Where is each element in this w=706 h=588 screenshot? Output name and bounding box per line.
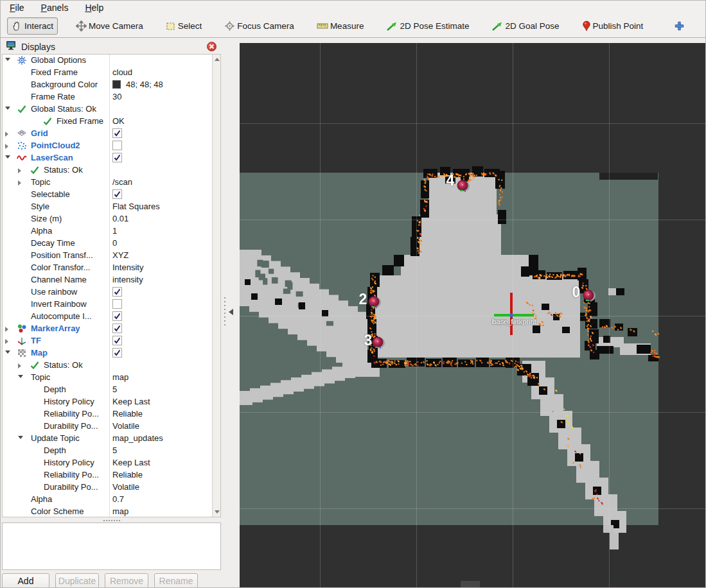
checkbox-checked[interactable] [112,189,122,199]
tree-value[interactable] [112,336,122,345]
tree-value[interactable]: Keep Last [112,397,150,406]
tree-row-update-topic[interactable]: Update Topicmap_updates [3,433,220,445]
tree-row-map[interactable]: Map [3,347,220,359]
menu-item-help[interactable]: Help [82,2,106,13]
tree-row-tf[interactable]: TF [3,335,220,347]
add-button[interactable]: Add [2,573,49,588]
tree-value[interactable]: /scan [112,177,132,187]
tree-value[interactable] [112,128,122,138]
tree-row-channel-name[interactable]: Channel Nameintensity [3,274,220,286]
expander-closed-icon[interactable] [18,168,21,173]
tree-row-reliability-po-[interactable]: Reliability Po...Reliable [3,408,220,420]
tree-value[interactable]: 1 [112,226,117,236]
tree-row-color-scheme[interactable]: Color Schememap [3,506,220,517]
tool-2d-goal-pose[interactable]: 2D Goal Pose [487,18,563,35]
tool-measure[interactable]: Measure [312,18,369,34]
menu-item-panels[interactable]: Panels [39,2,71,13]
tree-value[interactable]: 48; 48; 48 [112,80,163,89]
checkbox-unchecked[interactable] [112,141,122,150]
tree-row-laserscan[interactable]: LaserScan [3,152,220,164]
tree-value[interactable]: Intensity [112,263,143,272]
checkbox-checked[interactable] [112,128,122,138]
tool-move-camera[interactable]: Move Camera [71,17,148,35]
tree-row-topic[interactable]: Topic/scan [3,177,220,189]
tool-2d-pose-estimate[interactable]: 2D Pose Estimate [382,18,473,35]
tree-value[interactable]: 30 [112,92,121,101]
tree-row-invert-rainbow[interactable]: Invert Rainbow [3,298,220,311]
tree-row-reliability-po-[interactable]: Reliability Po...Reliable [3,469,220,481]
tree-value[interactable]: cloud [112,67,132,77]
expander-closed-icon[interactable] [5,132,8,137]
close-icon[interactable] [207,42,216,51]
checkbox-checked[interactable] [112,324,122,333]
tree-value[interactable]: Reliable [112,470,143,480]
checkbox-checked[interactable] [112,348,122,358]
expander-closed-icon[interactable] [18,180,21,186]
checkbox-checked[interactable] [112,311,122,321]
tree-row-markerarray[interactable]: MarkerArray [3,323,220,335]
tree-row-status-ok[interactable]: Status: Ok [3,164,220,177]
checkbox-unchecked[interactable] [112,299,122,309]
expander-open-icon[interactable] [18,375,23,378]
menu-item-file[interactable]: File [7,2,27,13]
tree-value[interactable] [112,141,122,150]
tree-value[interactable]: OK [112,116,125,126]
tree-value[interactable]: 5 [112,445,117,455]
tree-value[interactable]: 0.7 [112,494,124,504]
tree-value[interactable]: intensity [112,275,143,284]
tree-value[interactable] [112,189,122,199]
tree-value[interactable] [112,153,122,162]
tree-value[interactable]: Flat Squares [112,202,160,211]
tree-row-history-policy[interactable]: History PolicyKeep Last [3,396,220,408]
tree-row-fixed-frame[interactable]: Fixed Framecloud [3,67,220,79]
tree-row-position-transf-[interactable]: Position Transf...XYZ [3,250,220,262]
tree-row-durability-po-[interactable]: Durability Po...Volatile [3,481,220,494]
tool-focus-camera[interactable]: Focus Camera [220,17,299,35]
tree-value[interactable] [112,299,122,309]
tree-value[interactable] [112,324,122,333]
tree-value[interactable]: 5 [112,385,117,394]
tree-row-color-transfor-[interactable]: Color Transfor...Intensity [3,262,220,274]
tree-row-alpha[interactable]: Alpha0.7 [3,494,220,506]
expander-closed-icon[interactable] [5,144,8,149]
tree-value[interactable]: 0.01 [112,214,128,223]
expander-open-icon[interactable] [5,350,10,354]
tree-scrollbar[interactable] [212,55,220,517]
expander-closed-icon[interactable] [5,327,8,332]
expander-open-icon[interactable] [5,58,10,61]
tree-row-durability-po-[interactable]: Durability Po...Volatile [3,420,220,433]
tree-value[interactable]: map_updates [112,433,163,443]
tree-row-global-options[interactable]: Global Options [3,55,220,67]
tree-row-size-m-[interactable]: Size (m)0.01 [3,213,220,225]
checkbox-checked[interactable] [112,336,122,345]
tree-value[interactable]: 0 [112,238,117,248]
tree-row-depth[interactable]: Depth5 [3,445,220,457]
expander-closed-icon[interactable] [5,339,8,344]
checkbox-checked[interactable] [112,287,122,297]
expander-open-icon[interactable] [5,155,10,159]
tree-row-status-ok[interactable]: Status: Ok [3,359,220,372]
tree-value[interactable]: map [112,372,128,382]
tree-row-grid[interactable]: Grid [3,128,220,140]
tree-value[interactable]: XYZ [112,250,128,260]
tree-row-selectable[interactable]: Selectable [3,189,220,201]
tool-interact[interactable]: Interact [7,17,58,35]
tree-row-global-status-ok[interactable]: Global Status: Ok [3,103,220,116]
expander-closed-icon[interactable] [18,363,21,368]
tree-row-history-policy[interactable]: History PolicyKeep Last [3,457,220,469]
checkbox-checked[interactable] [112,153,122,162]
tree-row-fixed-frame[interactable]: Fixed FrameOK [3,116,220,128]
tree-value[interactable]: Keep Last [112,458,150,467]
tree-value[interactable]: Reliable [112,409,143,419]
tree-row-pointcloud2[interactable]: PointCloud2 [3,140,220,152]
tree-row-topic[interactable]: Topicmap [3,372,220,384]
expander-open-icon[interactable] [18,436,23,439]
tree-value[interactable]: Volatile [112,482,139,492]
tree-row-background-color[interactable]: Background Color48; 48; 48 [3,79,220,91]
tree-value[interactable] [112,311,122,321]
tree-value[interactable] [112,287,122,297]
add-tool-button[interactable] [671,18,687,34]
tool-select[interactable]: Select [161,18,207,35]
scroll-down-icon[interactable] [215,510,220,514]
tool-publish-point[interactable]: Publish Point [578,17,648,35]
